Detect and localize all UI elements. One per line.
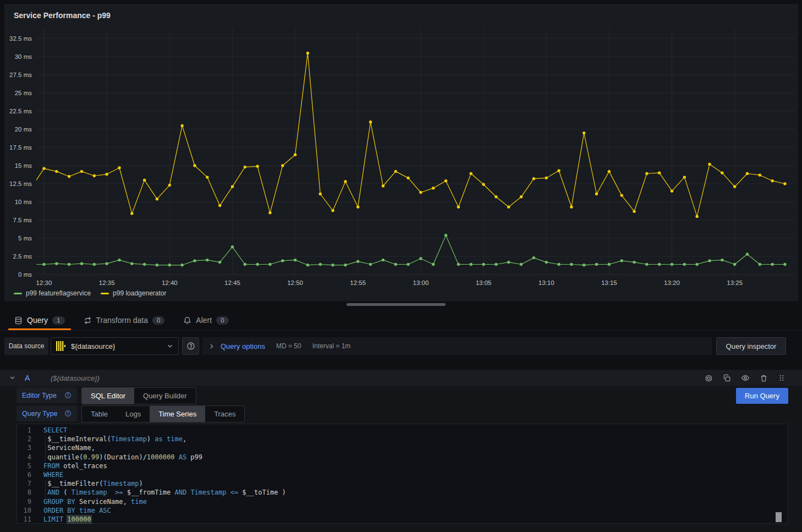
drag-handle-icon[interactable] bbox=[778, 374, 785, 382]
datasource-select[interactable]: ${datasource} bbox=[51, 337, 179, 355]
indent-guide bbox=[45, 481, 46, 498]
hide-query-icon[interactable] bbox=[741, 374, 750, 382]
sql-code-editor[interactable]: 1SELECT2 $__timeInterval(Timestamp) as t… bbox=[17, 424, 788, 524]
sql-editor-button[interactable]: SQL Editor bbox=[82, 388, 134, 404]
tab-count-badge: 1 bbox=[52, 316, 64, 325]
svg-text:13:15: 13:15 bbox=[601, 279, 617, 286]
code-line: 9GROUP BY ServiceName, time bbox=[17, 497, 788, 506]
svg-text:12:35: 12:35 bbox=[99, 279, 115, 286]
max-data-points-value: MD = 50 bbox=[276, 342, 301, 350]
indent-guide bbox=[45, 436, 46, 463]
code-line: 8 AND ( Timestamp >= $__fromTime AND Tim… bbox=[17, 488, 788, 497]
bell-icon bbox=[183, 316, 191, 325]
duplicate-query-icon[interactable] bbox=[723, 374, 731, 382]
code-lines: 1SELECT2 $__timeInterval(Timestamp) as t… bbox=[17, 424, 788, 524]
svg-text:12:45: 12:45 bbox=[224, 279, 240, 286]
editor-type-label: Editor Type bbox=[17, 387, 77, 403]
tab-transform-data[interactable]: Transform data 0 bbox=[84, 310, 165, 330]
svg-text:12:30: 12:30 bbox=[36, 279, 52, 286]
code-line: 7 $__timeFilter(Timestamp) bbox=[17, 479, 788, 488]
query-options-strip: Query options MD = 50 Interval = 1m bbox=[202, 337, 712, 355]
code-line: 3 ServiceName, bbox=[17, 443, 788, 452]
svg-text:13:10: 13:10 bbox=[539, 279, 554, 286]
info-circle-icon[interactable] bbox=[64, 410, 72, 417]
timeseries-chart[interactable]: 0 ms2.5 ms5 ms7.5 ms10 ms12.5 ms15 ms17.… bbox=[5, 5, 798, 300]
code-line: 10ORDER BY time ASC bbox=[17, 506, 788, 515]
svg-text:17.5 ms: 17.5 ms bbox=[9, 144, 32, 151]
code-line: 6WHERE bbox=[17, 470, 788, 479]
tab-query[interactable]: Query 1 bbox=[14, 310, 65, 330]
collapse-chevron-icon[interactable] bbox=[9, 374, 16, 381]
query-options-link[interactable]: Query options bbox=[221, 342, 265, 350]
timeseries-panel: 0 ms2.5 ms5 ms7.5 ms10 ms12.5 ms15 ms17.… bbox=[4, 4, 798, 301]
svg-text:30 ms: 30 ms bbox=[15, 53, 32, 60]
query-row-header[interactable]: A (${datasource}) bbox=[0, 370, 802, 386]
query-type-group: Table Logs Time Series Traces bbox=[81, 405, 245, 423]
svg-text:2.5 ms: 2.5 ms bbox=[13, 253, 32, 260]
code-line: 1SELECT bbox=[17, 426, 788, 435]
query-type-time-series-button[interactable]: Time Series bbox=[150, 406, 205, 422]
interval-value: Interval = 1m bbox=[312, 342, 351, 350]
query-builder-button[interactable]: Query Builder bbox=[134, 388, 195, 404]
datasource-label: Data source bbox=[4, 337, 48, 355]
legend-color-dash bbox=[101, 293, 109, 294]
svg-text:15 ms: 15 ms bbox=[15, 162, 32, 169]
tab-count-badge: 0 bbox=[216, 316, 228, 325]
database-icon bbox=[14, 316, 23, 325]
query-row-actions bbox=[705, 370, 785, 386]
disable-query-icon[interactable] bbox=[705, 374, 713, 382]
legend-item-loadgenerator[interactable]: p99 loadgenerator bbox=[101, 289, 166, 297]
editor-scroll-thumb[interactable] bbox=[776, 512, 782, 522]
svg-text:12:55: 12:55 bbox=[350, 279, 366, 286]
svg-text:7.5 ms: 7.5 ms bbox=[13, 217, 32, 223]
query-datasource-hint: (${datasource}) bbox=[51, 374, 100, 382]
query-type-table-button[interactable]: Table bbox=[82, 406, 117, 422]
svg-text:13:05: 13:05 bbox=[476, 279, 492, 286]
tab-label: Alert bbox=[196, 316, 212, 325]
query-ref-id[interactable]: A bbox=[25, 374, 30, 382]
panel-title[interactable]: Service Performance - p99 bbox=[14, 11, 111, 20]
datasource-value: ${datasource} bbox=[71, 342, 162, 350]
tab-label: Transform data bbox=[96, 316, 148, 325]
svg-text:20 ms: 20 ms bbox=[15, 126, 32, 133]
query-inspector-button[interactable]: Query inspector bbox=[716, 337, 786, 355]
svg-text:27.5 ms: 27.5 ms bbox=[9, 72, 32, 78]
info-circle-icon[interactable] bbox=[64, 392, 72, 399]
svg-text:12:40: 12:40 bbox=[162, 279, 178, 286]
code-line: 5FROM otel_traces bbox=[17, 462, 788, 470]
svg-text:13:25: 13:25 bbox=[727, 279, 743, 286]
query-type-logs-button[interactable]: Logs bbox=[117, 406, 150, 422]
panel-editor-tabs: Query 1 Transform data 0 Alert 0 bbox=[0, 310, 802, 331]
delete-query-icon[interactable] bbox=[760, 374, 768, 382]
svg-text:25 ms: 25 ms bbox=[15, 90, 32, 96]
svg-text:22.5 ms: 22.5 ms bbox=[9, 108, 32, 114]
svg-text:0 ms: 0 ms bbox=[18, 271, 32, 278]
svg-text:32.5 ms: 32.5 ms bbox=[9, 35, 32, 42]
svg-text:12:50: 12:50 bbox=[287, 279, 303, 286]
chevron-down-icon bbox=[166, 342, 174, 350]
question-circle-icon bbox=[186, 342, 195, 350]
code-line: 11LIMIT 100000 bbox=[17, 515, 788, 524]
query-editor-card: A (${datasource}) bbox=[0, 370, 802, 532]
svg-text:13:00: 13:00 bbox=[413, 279, 429, 286]
run-query-button[interactable]: Run Query bbox=[736, 388, 788, 404]
legend-item-featureflagservice[interactable]: p99 featureflagservice bbox=[14, 289, 91, 297]
svg-text:5 ms: 5 ms bbox=[18, 235, 32, 242]
query-type-traces-button[interactable]: Traces bbox=[205, 406, 244, 422]
datasource-help-button[interactable] bbox=[182, 337, 199, 355]
datasource-bar: Data source ${datasource} Query opt bbox=[0, 337, 802, 355]
legend-label: p99 loadgenerator bbox=[113, 289, 166, 297]
chevron-right-icon[interactable] bbox=[208, 343, 215, 350]
svg-text:13:20: 13:20 bbox=[664, 279, 680, 286]
legend-color-dash bbox=[14, 293, 22, 294]
horizontal-scrollbar-thumb[interactable] bbox=[347, 303, 446, 306]
chart-legend: p99 featureflagservice p99 loadgenerator bbox=[14, 289, 167, 297]
transform-icon bbox=[84, 316, 92, 325]
tab-alert[interactable]: Alert 0 bbox=[183, 310, 228, 330]
svg-text:12.5 ms: 12.5 ms bbox=[9, 180, 32, 187]
editor-type-group: SQL Editor Query Builder bbox=[81, 387, 196, 404]
active-tab-underline bbox=[8, 328, 71, 330]
tab-label: Query bbox=[27, 316, 48, 325]
svg-text:10 ms: 10 ms bbox=[15, 199, 32, 205]
code-line: 2 $__timeInterval(Timestamp) as time, bbox=[17, 435, 788, 443]
